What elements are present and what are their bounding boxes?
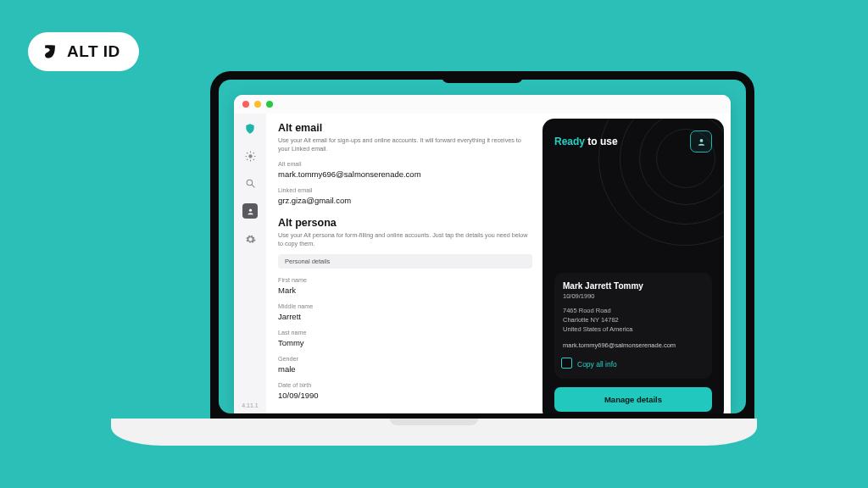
linked-email-value: grz.giza@gmail.com [278, 196, 532, 205]
laptop-base [111, 419, 757, 446]
card-title: Ready to use [554, 136, 618, 147]
svg-point-11 [248, 208, 251, 211]
copy-icon [563, 359, 572, 369]
screen-frame: 4.11.1 Alt email Use your Alt email for … [210, 71, 754, 422]
surfshark-logo-icon [42, 43, 58, 60]
shield-icon[interactable] [243, 122, 257, 136]
card-dob: 10/09/1990 [563, 292, 704, 300]
titlebar [234, 95, 731, 114]
alt-email-field[interactable]: Alt email mark.tommy696@salmonserenade.c… [278, 160, 532, 179]
alt-email-title: Alt email [278, 122, 532, 134]
alt-email-desc: Use your Alt email for sign-ups and onli… [278, 136, 532, 152]
last-name-field[interactable]: Last name Tommy [278, 329, 532, 347]
card-title-rest: to use [585, 136, 618, 147]
alt-persona-title: Alt persona [278, 217, 532, 229]
gender-label: Gender [278, 355, 532, 363]
middle-name-label: Middle name [278, 302, 532, 310]
gear-icon[interactable] [243, 232, 257, 246]
svg-point-9 [247, 180, 253, 186]
middle-name-field[interactable]: Middle name Jarrett [278, 302, 532, 321]
first-name-field[interactable]: First name Mark [278, 276, 532, 295]
badge-text: ALT ID [67, 42, 120, 61]
last-name-label: Last name [278, 329, 532, 336]
linked-email-label: Linked email [278, 186, 532, 194]
maximize-dot-icon[interactable] [266, 101, 273, 108]
copy-all-label: Copy all info [577, 360, 617, 369]
tab-personal-details[interactable]: Personal details [278, 254, 532, 269]
first-name-label: First name [278, 276, 532, 284]
card-column: Ready to use Mark Jarrett Tommy 10/09/19… [542, 114, 731, 413]
alt-id-badge: ALT ID [28, 32, 139, 71]
sidebar: 4.11.1 [234, 114, 266, 413]
ready-card: Ready to use Mark Jarrett Tommy 10/09/19… [542, 119, 724, 413]
search-icon[interactable] [243, 176, 257, 190]
card-name: Mark Jarrett Tommy [563, 281, 704, 291]
alt-email-label: Alt email [278, 160, 532, 168]
card-details: Mark Jarrett Tommy 10/09/1990 7465 Rood … [554, 273, 712, 379]
persona-badge-icon [690, 130, 712, 152]
first-name-value: Mark [278, 286, 532, 295]
linked-email-field[interactable]: Linked email grz.giza@gmail.com [278, 186, 532, 205]
manage-details-button[interactable]: Manage details [554, 387, 712, 412]
alt-persona-desc: Use your Alt persona for form-filling an… [278, 231, 532, 247]
gender-value: male [278, 364, 532, 374]
svg-point-0 [248, 154, 252, 158]
dob-value: 10/09/1990 [278, 391, 532, 400]
gender-field[interactable]: Gender male [278, 355, 532, 374]
svg-line-7 [247, 158, 248, 159]
minimize-dot-icon[interactable] [254, 101, 261, 108]
dob-field[interactable]: Date of birth 10/09/1990 [278, 381, 532, 400]
copy-all-button[interactable]: Copy all info [563, 359, 704, 369]
laptop-hinge [390, 419, 478, 425]
svg-line-10 [252, 185, 254, 187]
svg-line-5 [247, 152, 248, 153]
main-column: Alt email Use your Alt email for sign-up… [266, 114, 542, 413]
alt-id-icon[interactable] [242, 203, 258, 219]
middle-name-value: Jarrett [278, 312, 532, 321]
svg-line-8 [253, 152, 253, 153]
card-addr1: 7465 Rood Road [563, 307, 704, 314]
svg-point-12 [699, 138, 703, 141]
app-body: 4.11.1 Alt email Use your Alt email for … [234, 114, 731, 413]
close-dot-icon[interactable] [242, 101, 249, 108]
card-addr2: Charlotte NY 14782 [563, 316, 704, 324]
version-text: 4.11.1 [234, 402, 266, 408]
notch [442, 71, 523, 83]
card-head: Ready to use [554, 130, 712, 152]
card-email: mark.tommy696@salmonserenade.com [563, 341, 704, 349]
alt-email-value: mark.tommy696@salmonserenade.com [278, 169, 532, 179]
laptop-mockup: 4.11.1 Alt email Use your Alt email for … [210, 71, 754, 422]
screen: 4.11.1 Alt email Use your Alt email for … [219, 80, 746, 413]
card-title-accent: Ready [554, 136, 585, 147]
sun-icon[interactable] [243, 149, 257, 163]
svg-line-6 [253, 158, 253, 159]
app-window: 4.11.1 Alt email Use your Alt email for … [234, 95, 731, 413]
dob-label: Date of birth [278, 381, 532, 389]
last-name-value: Tommy [278, 338, 532, 347]
card-addr3: United States of America [563, 325, 704, 333]
